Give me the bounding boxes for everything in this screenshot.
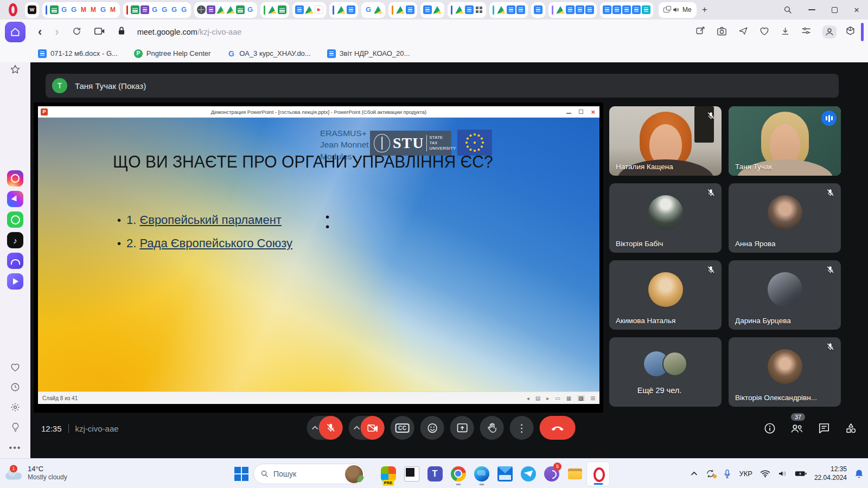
- participants-button[interactable]: 37: [790, 422, 803, 434]
- drive-favicon-tab[interactable]: [216, 5, 225, 14]
- sheets-favicon-tab[interactable]: [236, 5, 245, 14]
- home-button[interactable]: [5, 22, 25, 42]
- opera-logo-icon[interactable]: [5, 2, 21, 17]
- g-favicon-tab[interactable]: [246, 5, 254, 14]
- bookmarks-star-icon[interactable]: [10, 64, 21, 77]
- drive-favicon-tab[interactable]: [305, 5, 314, 14]
- taskbar-app[interactable]: [446, 461, 470, 486]
- ppt-close-icon[interactable]: ×: [591, 108, 595, 116]
- plist-favicon-tab[interactable]: [141, 5, 149, 14]
- g-favicon-tab[interactable]: [69, 5, 78, 14]
- docs-favicon-tab[interactable]: [612, 5, 621, 14]
- w-favicon-tab[interactable]: [28, 5, 36, 14]
- taskbar-app[interactable]: [470, 461, 493, 486]
- sheets-favicon-tab[interactable]: [131, 5, 139, 14]
- start-button[interactable]: [234, 467, 248, 481]
- bookmark-item[interactable]: 071-12 м6.docx - G...: [38, 49, 118, 58]
- instagram-icon[interactable]: [7, 170, 23, 187]
- minimize-button[interactable]: [808, 9, 815, 10]
- docs-favicon-tab[interactable]: [622, 5, 631, 14]
- tab-search-icon[interactable]: [783, 5, 792, 14]
- participant-tile[interactable]: Дарина Бурцева: [729, 260, 841, 330]
- favorites-heart-icon[interactable]: [760, 27, 769, 38]
- slide-link[interactable]: Рада Європейського Союзу: [139, 236, 292, 251]
- profile-button[interactable]: [822, 25, 837, 38]
- sheets-favicon-tab[interactable]: [50, 5, 59, 14]
- lock-icon[interactable]: [118, 27, 125, 37]
- camera-icon[interactable]: [717, 27, 727, 38]
- drive-favicon-tab[interactable]: [556, 5, 565, 14]
- captions-button[interactable]: CC: [391, 416, 414, 440]
- taskbar-app[interactable]: [563, 461, 586, 486]
- tab-group[interactable]: [329, 2, 358, 18]
- settings-gear-icon[interactable]: [10, 402, 20, 414]
- tab-group[interactable]: [194, 2, 257, 18]
- tab-group[interactable]: [260, 2, 289, 18]
- tab-group[interactable]: [25, 2, 39, 18]
- play-arrow-icon[interactable]: [7, 273, 23, 290]
- slide-link[interactable]: Європейський парламент: [139, 213, 281, 227]
- docs-favicon-tab[interactable]: [576, 5, 584, 14]
- docs-favicon-tab[interactable]: [406, 5, 414, 14]
- g-favicon-tab[interactable]: [60, 5, 68, 14]
- drive-favicon-tab[interactable]: [337, 5, 346, 14]
- docs-favicon-tab[interactable]: [585, 5, 594, 14]
- tab-group[interactable]: [531, 2, 545, 18]
- taskbar-app[interactable]: [516, 461, 540, 486]
- bookmark-item[interactable]: ОА_3 курс_ХНАУ.do...: [227, 49, 310, 58]
- tab-group[interactable]: [420, 2, 444, 18]
- more-options-button[interactable]: ⋮: [510, 416, 534, 440]
- active-tab[interactable]: Me: [659, 2, 697, 18]
- share-send-icon[interactable]: [738, 26, 748, 38]
- tab-group[interactable]: [489, 2, 528, 18]
- reactions-button[interactable]: [420, 416, 444, 440]
- taskbar-search[interactable]: Пошук: [253, 464, 365, 484]
- camera-options-chevron[interactable]: [354, 426, 360, 430]
- tray-chevron-icon[interactable]: [691, 471, 698, 476]
- taskbar-app[interactable]: [400, 461, 423, 486]
- tab-group[interactable]: [600, 2, 653, 18]
- forward-button[interactable]: ›: [55, 26, 59, 38]
- new-tab-button[interactable]: +: [702, 4, 707, 15]
- chat-button[interactable]: [818, 422, 830, 434]
- tab-group[interactable]: [42, 2, 120, 18]
- grid-favicon-tab[interactable]: [475, 5, 483, 14]
- volume-icon[interactable]: [778, 470, 787, 478]
- g-favicon-tab[interactable]: [180, 5, 188, 14]
- zoom-view-icon[interactable]: ⊞: [591, 395, 595, 401]
- weather-widget[interactable]: 1 14°C Mostly cloudy: [5, 465, 67, 481]
- docs-favicon-tab[interactable]: [566, 5, 575, 14]
- present-button[interactable]: [450, 416, 474, 440]
- gmail-favicon-tab[interactable]: [89, 5, 98, 14]
- extension-cube-icon[interactable]: [845, 26, 856, 38]
- taskbar-app[interactable]: 5: [540, 461, 563, 486]
- slideshow-view-icon[interactable]: ▨: [577, 395, 584, 401]
- taskbar-app[interactable]: PRE: [376, 461, 400, 486]
- language-indicator[interactable]: УКР: [739, 470, 752, 478]
- battery-icon[interactable]: [795, 470, 807, 477]
- bookmark-item[interactable]: Звіт НДР_КОАО_20...: [327, 49, 410, 58]
- likes-heart-icon[interactable]: [10, 363, 20, 374]
- drive-favicon-tab[interactable]: [433, 5, 442, 14]
- tray-clock[interactable]: 12:35 22.04.2024: [814, 465, 847, 482]
- back-button[interactable]: ‹: [38, 26, 42, 38]
- sync-icon[interactable]: [705, 468, 716, 479]
- participant-tile[interactable]: Анна Ярова: [729, 183, 841, 253]
- globe-favicon-tab[interactable]: [197, 5, 206, 14]
- reload-button[interactable]: [72, 27, 81, 38]
- address-bar[interactable]: meet.google.com/kzj-civo-aae: [137, 28, 242, 36]
- grid-view-icon[interactable]: ▦: [566, 395, 571, 401]
- notifications-bell-icon[interactable]: [854, 469, 864, 479]
- slideshow-menu-icon[interactable]: ▤: [535, 395, 540, 401]
- g-favicon-tab[interactable]: [160, 5, 169, 14]
- drive-favicon-tab[interactable]: [497, 5, 506, 14]
- tab-group[interactable]: [292, 2, 326, 18]
- participant-tile[interactable]: Акимова Наталья: [609, 260, 722, 330]
- edit-page-icon[interactable]: [695, 26, 705, 38]
- close-button[interactable]: ×: [854, 5, 859, 15]
- docs-favicon-tab[interactable]: [603, 5, 611, 14]
- side-panel-indicator[interactable]: [861, 23, 864, 41]
- drive-favicon-tab[interactable]: [455, 5, 464, 14]
- sheets-favicon-tab[interactable]: [278, 5, 286, 14]
- docs-favicon-tab[interactable]: [507, 5, 515, 14]
